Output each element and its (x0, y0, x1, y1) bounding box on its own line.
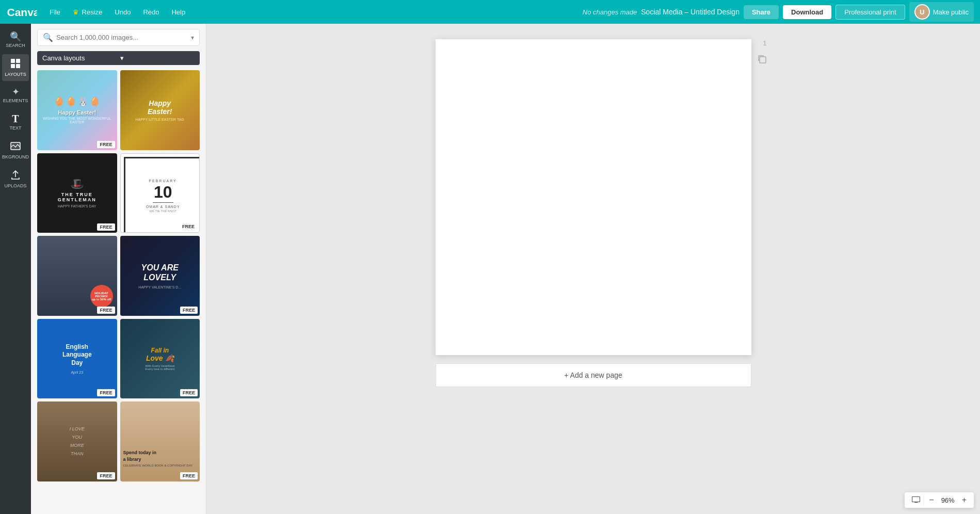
layout-card-gentleman[interactable]: 🎩 THE TRUE GENTLEMAN HAPPY FATHER'S DAY … (37, 153, 117, 233)
layout-card-english[interactable]: EnglishLanguageDay April 23 FREE (37, 319, 117, 399)
layouts-icon (10, 58, 21, 70)
layout-card-fall[interactable]: Fall in Love 🍂 With Every HeartbeatEvery… (120, 319, 200, 399)
canvas-area: 1 + Add a new page (206, 24, 980, 514)
svg-rect-4 (16, 64, 20, 68)
dropdown-icon: ▾ (120, 54, 195, 62)
sidebar-item-text[interactable]: T TEXT (2, 109, 29, 135)
layouts-grid: 🥚🥚🐰🥚 Happy Easter! WISHING YOU THE MOST … (31, 70, 206, 481)
text-icon: T (12, 114, 19, 124)
sidebar-item-uploads[interactable]: UPLOADS (2, 166, 29, 192)
layout-card-holiday[interactable]: HOLIDAY PROMO! up to 50% off FREE (37, 236, 117, 316)
sidebar-item-elements[interactable]: ✦ ELEMENTS (2, 83, 29, 107)
presentation-mode-button[interactable] (909, 495, 924, 505)
zoom-in-button[interactable]: + (959, 494, 970, 506)
help-button[interactable]: Help (167, 6, 189, 18)
layout-card-library[interactable]: Spend today ina library CELEBRATE WORLD … (120, 401, 200, 481)
filter-row: Canva layouts ▾ (31, 51, 206, 70)
top-navigation: Canva File ♛ Resize Undo Redo Help No ch… (0, 0, 980, 24)
design-title: Social Media – Untitled Design (641, 8, 740, 16)
elements-icon: ✦ (12, 87, 20, 97)
layout-card-easter1[interactable]: 🥚🥚🐰🥚 Happy Easter! WISHING YOU THE MOST … (37, 70, 117, 150)
layout-card-easter2[interactable]: Happy Easter! HAPPY LITTLE EASTER TAG (120, 70, 200, 150)
search-area: 🔍 ▾ (31, 24, 206, 51)
free-badge: FREE (180, 223, 197, 230)
nav-right-actions: Social Media – Untitled Design Share Dow… (641, 2, 974, 22)
svg-rect-8 (912, 497, 920, 502)
uploads-icon (10, 170, 21, 182)
search-dropdown-icon[interactable]: ▾ (191, 34, 194, 41)
canvas-wrapper: 1 (436, 39, 751, 355)
svg-rect-3 (11, 64, 15, 68)
layout-card-lovely[interactable]: YOU ARELOVELY HAPPY VALENTINE'S D... FRE… (120, 236, 200, 316)
copy-page-icon[interactable] (758, 55, 767, 66)
free-badge: FREE (97, 307, 115, 314)
search-box[interactable]: 🔍 ▾ (37, 29, 200, 46)
layouts-panel: 🔍 ▾ Canva layouts ▾ 🥚🥚🐰🥚 Happy Easter! W… (31, 24, 206, 514)
svg-rect-1 (11, 59, 15, 63)
main-layout: 🔍 SEARCH LAYOUTS ✦ ELEMENTS T TEXT (0, 24, 980, 514)
undo-button[interactable]: Undo (110, 6, 135, 18)
search-input[interactable] (56, 34, 188, 41)
free-badge: FREE (180, 307, 198, 314)
free-badge: FREE (97, 223, 115, 231)
zoom-out-button[interactable]: − (926, 494, 937, 506)
zoom-level-display: 96% (939, 496, 957, 504)
page-number: 1 (763, 39, 766, 47)
layout-card-february[interactable]: FEBRUARY 10 OMAR & SANDY WE TIE THE KNOT… (120, 153, 200, 233)
sidebar-item-layouts[interactable]: LAYOUTS (2, 54, 29, 81)
sidebar-item-background[interactable]: BKGROUND (2, 137, 29, 164)
user-avatar: U (914, 4, 930, 20)
background-icon (10, 141, 21, 153)
svg-text:Canva: Canva (7, 6, 38, 18)
layout-card-iloveyou[interactable]: I LOVEYOUMORETHAN FREE (37, 401, 117, 481)
add-page-button[interactable]: + Add a new page (436, 363, 751, 387)
make-public-button[interactable]: U Make public (909, 2, 974, 22)
print-button[interactable]: Professional print (836, 5, 905, 20)
design-canvas[interactable] (436, 39, 751, 355)
free-badge: FREE (180, 472, 198, 479)
free-badge: FREE (97, 472, 115, 479)
layout-filter-dropdown[interactable]: Canva layouts ▾ (37, 51, 200, 65)
free-badge: FREE (97, 389, 115, 396)
search-icon: 🔍 (43, 33, 53, 42)
redo-button[interactable]: Redo (139, 6, 163, 18)
resize-button[interactable]: ♛ Resize (69, 6, 106, 18)
search-icon: 🔍 (10, 32, 21, 41)
file-menu[interactable]: File (45, 6, 65, 18)
tool-sidebar: 🔍 SEARCH LAYOUTS ✦ ELEMENTS T TEXT (0, 24, 31, 514)
share-button[interactable]: Share (744, 5, 779, 19)
zoom-toolbar: − 96% + (905, 492, 974, 508)
svg-rect-2 (16, 59, 20, 63)
download-button[interactable]: Download (783, 5, 831, 19)
svg-rect-7 (760, 57, 766, 63)
canva-logo[interactable]: Canva (6, 5, 37, 19)
free-badge: FREE (97, 141, 115, 148)
free-badge: FREE (180, 389, 198, 396)
sidebar-item-search[interactable]: 🔍 SEARCH (2, 28, 29, 52)
save-status: No changes made (583, 8, 637, 16)
